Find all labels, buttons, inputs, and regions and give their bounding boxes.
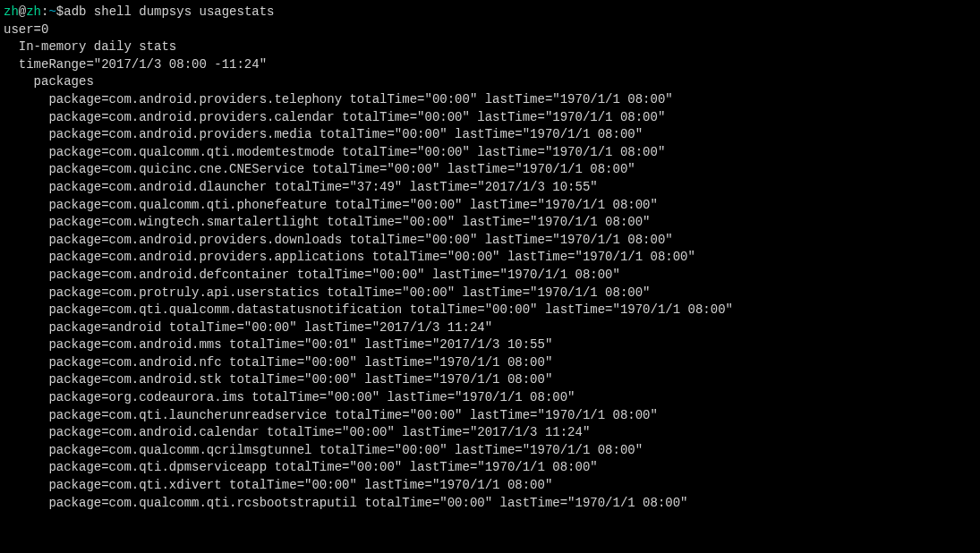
package-row: package=com.protruly.api.userstatics tot… — [4, 285, 976, 302]
prompt-at: @ — [19, 4, 26, 19]
package-row: package=com.qti.dpmserviceapp totalTime=… — [4, 459, 976, 477]
package-row: package=com.android.calendar totalTime="… — [4, 424, 976, 442]
time-range: timeRange="2017/1/3 08:00 -11:24" — [4, 56, 976, 74]
package-row: package=com.android.providers.media tota… — [4, 126, 976, 144]
package-row: package=com.qti.xdivert totalTime="00:00… — [4, 477, 976, 495]
package-row: package=com.android.providers.applicatio… — [4, 249, 976, 267]
package-row: package=com.android.providers.downloads … — [4, 232, 976, 250]
package-list: package=com.android.providers.telephony … — [4, 91, 976, 512]
package-row: package=com.android.stk totalTime="00:00… — [4, 371, 976, 389]
package-row: package=com.android.providers.calendar t… — [4, 109, 976, 127]
package-row: package=com.android.dlauncher totalTime=… — [4, 179, 976, 197]
user-line: user=0 — [4, 21, 976, 39]
prompt-line[interactable]: zh@zh:~$adb shell dumpsys usagestats — [4, 4, 976, 21]
command-text: adb shell dumpsys usagestats — [64, 4, 274, 19]
package-row: package=org.codeaurora.ims totalTime="00… — [4, 389, 976, 407]
prompt-host: zh — [26, 4, 41, 19]
package-row: package=com.qualcomm.qti.rcsbootstraputi… — [4, 495, 976, 513]
package-row: package=com.quicinc.cne.CNEService total… — [4, 161, 976, 179]
prompt-path: ~ — [48, 4, 55, 19]
package-row: package=com.qti.qualcomm.datastatusnotif… — [4, 302, 976, 319]
package-row: package=com.qualcomm.qti.phonefeature to… — [4, 197, 976, 215]
prompt-user: zh — [4, 4, 19, 19]
package-row: package=com.qualcomm.qcrilmsgtunnel tota… — [4, 442, 976, 460]
package-row: package=com.wingtech.smartalertlight tot… — [4, 214, 976, 232]
package-row: package=com.android.providers.telephony … — [4, 91, 976, 109]
prompt-dollar: $ — [56, 4, 64, 19]
package-row: package=com.qualcomm.qti.modemtestmode t… — [4, 144, 976, 162]
packages-label: packages — [4, 73, 976, 91]
package-row: package=com.qti.launcherunreadservice to… — [4, 407, 976, 425]
package-row: package=android totalTime="00:00" lastTi… — [4, 319, 976, 337]
package-row: package=com.android.defcontainer totalTi… — [4, 267, 976, 285]
package-row: package=com.android.nfc totalTime="00:00… — [4, 354, 976, 372]
stats-title: In-memory daily stats — [4, 38, 976, 56]
package-row: package=com.android.mms totalTime="00:01… — [4, 336, 976, 354]
